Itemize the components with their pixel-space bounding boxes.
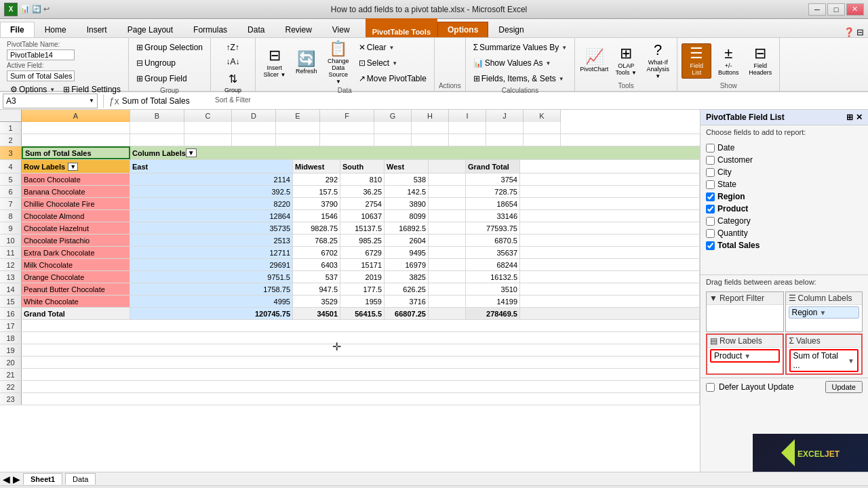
cell-G15[interactable]: 3716 xyxy=(384,296,429,307)
tab-review[interactable]: Review xyxy=(275,22,321,37)
cell-H8[interactable] xyxy=(429,210,466,222)
tab-formulas[interactable]: Formulas xyxy=(183,22,237,37)
cell-H6[interactable] xyxy=(429,186,466,197)
tab-page-layout[interactable]: Page Layout xyxy=(117,22,183,37)
field-item-city[interactable]: City xyxy=(706,166,863,178)
group-selection-button[interactable]: ⊞ Group Selection xyxy=(133,41,206,54)
cell-A5[interactable]: Bacon Chocolate xyxy=(22,174,130,185)
cell-I5[interactable]: 3754 xyxy=(466,174,520,185)
cell-E5[interactable]: 292 xyxy=(293,174,340,185)
cell-H15[interactable] xyxy=(429,296,466,307)
cell-I13[interactable]: 16132.5 xyxy=(466,271,520,283)
cell-B10[interactable]: 2513 xyxy=(130,235,293,246)
col-header-K[interactable]: K xyxy=(524,110,561,122)
cell-I6[interactable]: 728.75 xyxy=(466,186,520,197)
col-header-C[interactable]: C xyxy=(184,110,232,122)
field-checkbox-quantity[interactable] xyxy=(706,229,715,238)
sort-button[interactable]: ⇅ Group xyxy=(220,70,245,95)
cell-G8[interactable]: 8099 xyxy=(384,210,429,222)
cell-E2[interactable] xyxy=(276,134,320,146)
cell-E15[interactable]: 3529 xyxy=(293,296,340,307)
cell-H9[interactable] xyxy=(429,222,466,234)
cell-D1[interactable] xyxy=(232,122,276,134)
show-values-as-button[interactable]: 📊 Show Values As ▼ xyxy=(470,56,571,70)
cell-I12[interactable]: 68244 xyxy=(466,259,520,270)
close-button[interactable]: ✕ xyxy=(846,3,864,16)
select-button[interactable]: ⊡ Select ▼ xyxy=(355,56,430,70)
cell-I14[interactable]: 3510 xyxy=(466,283,520,295)
cell-B12[interactable]: 29691 xyxy=(130,259,293,270)
olap-tools-button[interactable]: ⊞ OLAPTools ▼ xyxy=(611,43,641,79)
cell-H14[interactable] xyxy=(429,283,466,295)
cell-B14[interactable]: 1758.75 xyxy=(130,283,293,295)
cell-I4-grandtotal[interactable]: Grand Total xyxy=(466,160,520,173)
cell-G13[interactable]: 3825 xyxy=(384,271,429,283)
cell-G16[interactable]: 66807.25 xyxy=(384,308,429,319)
sheet-prev-button[interactable]: ◀ xyxy=(3,474,10,485)
cell-E1[interactable] xyxy=(276,122,320,134)
cell-H13[interactable] xyxy=(429,271,466,283)
cell-I2[interactable] xyxy=(449,134,486,146)
insert-slicer-button[interactable]: ⊟ InsertSlicer ▼ xyxy=(260,45,290,81)
cell-E4-midwest[interactable]: Midwest xyxy=(293,160,340,173)
col-header-D[interactable]: D xyxy=(232,110,276,122)
tab-design[interactable]: Design xyxy=(488,22,534,37)
cell-G6[interactable]: 142.5 xyxy=(384,186,429,197)
cell-rest-3[interactable] xyxy=(452,146,700,159)
col-header-F[interactable]: F xyxy=(320,110,374,122)
pivottable-name-input[interactable]: PivotTable14 xyxy=(7,49,75,60)
cell-C1[interactable] xyxy=(184,122,232,134)
sheet-next-button[interactable]: ▶ xyxy=(13,474,20,485)
sort-desc-button[interactable]: ↓A↓ xyxy=(222,55,243,68)
cell-H7[interactable] xyxy=(429,198,466,209)
cell-H1[interactable] xyxy=(412,122,449,134)
ungroup-button[interactable]: ⊟ Ungroup xyxy=(133,56,206,70)
cell-B13[interactable]: 9751.5 xyxy=(130,271,293,283)
cell-I10[interactable]: 6870.5 xyxy=(466,235,520,246)
cell-E14[interactable]: 947.5 xyxy=(293,283,340,295)
col-header-E[interactable]: E xyxy=(276,110,320,122)
cell-B16[interactable]: 120745.75 xyxy=(130,308,293,319)
field-checkbox-date[interactable] xyxy=(706,144,715,152)
cell-row19[interactable] xyxy=(22,344,700,356)
cell-A8[interactable]: Chocolate Almond xyxy=(22,210,130,222)
cell-D2[interactable] xyxy=(232,134,276,146)
cell-row21[interactable] xyxy=(22,369,700,380)
region-chip[interactable]: Region ▼ xyxy=(789,306,860,319)
cell-F16[interactable]: 56415.5 xyxy=(340,308,384,319)
sum-total-chip-arrow[interactable]: ▼ xyxy=(848,357,854,365)
maximize-button[interactable]: □ xyxy=(827,3,845,16)
panel-layout-button[interactable]: ⊞ xyxy=(846,113,853,122)
field-item-customer[interactable]: Customer xyxy=(706,154,863,166)
product-chip[interactable]: Product ▼ xyxy=(710,349,780,363)
panel-close-button[interactable]: ✕ xyxy=(856,113,863,122)
cell-J1[interactable] xyxy=(486,122,524,134)
move-pivot-button[interactable]: ↗ Move PivotTable xyxy=(355,72,430,85)
field-list-button[interactable]: ☰ FieldList xyxy=(682,43,711,79)
cell-E11[interactable]: 6702 xyxy=(293,247,340,258)
col-header-A[interactable]: A xyxy=(22,110,130,122)
cell-A11[interactable]: Extra Dark Chocolate xyxy=(22,247,130,258)
update-button[interactable]: Update xyxy=(825,381,863,393)
cell-I7[interactable]: 18654 xyxy=(466,198,520,209)
cell-A14[interactable]: Peanut Butter Chocolate xyxy=(22,283,130,295)
cell-G1[interactable] xyxy=(374,122,412,134)
cell-B15[interactable]: 4995 xyxy=(130,296,293,307)
cell-G11[interactable]: 9495 xyxy=(384,247,429,258)
field-checkbox-product[interactable] xyxy=(706,205,715,214)
cell-G5[interactable]: 538 xyxy=(384,174,429,185)
cell-row20[interactable] xyxy=(22,357,700,368)
defer-checkbox[interactable] xyxy=(706,383,715,392)
cell-G9[interactable]: 16892.5 xyxy=(384,222,429,234)
tab-file[interactable]: File xyxy=(0,22,35,37)
sum-total-chip[interactable]: Sum of Total ... ▼ xyxy=(789,349,859,372)
cell-E13[interactable]: 537 xyxy=(293,271,340,283)
area-report-filter[interactable]: ▼ Report Filter xyxy=(706,291,784,332)
cell-A15[interactable]: White Chocolate xyxy=(22,296,130,307)
tab-data[interactable]: Data xyxy=(237,22,275,37)
cell-E10[interactable]: 768.25 xyxy=(293,235,340,246)
cell-F15[interactable]: 1959 xyxy=(340,296,384,307)
cell-H11[interactable] xyxy=(429,247,466,258)
cell-E16[interactable]: 34501 xyxy=(293,308,340,319)
cell-I11[interactable]: 35637 xyxy=(466,247,520,258)
